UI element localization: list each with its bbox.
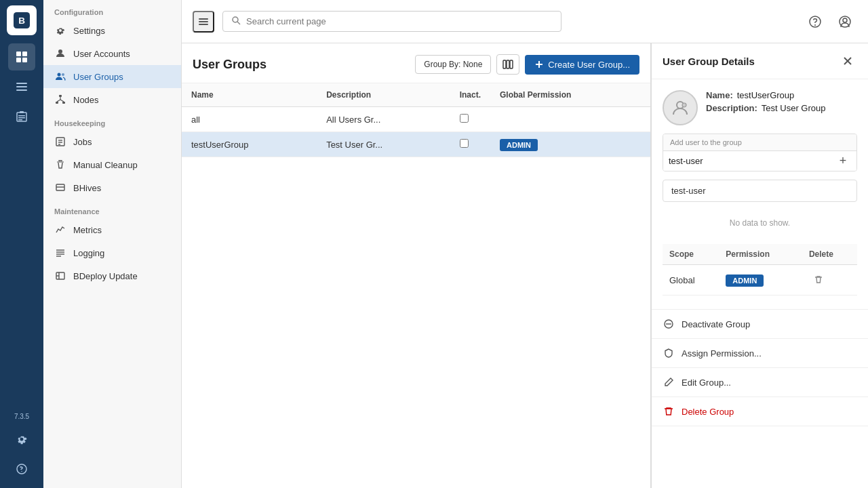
- row-global-permission: [490, 107, 650, 132]
- delete-group-button[interactable]: Delete Group: [652, 397, 868, 426]
- hamburger-button[interactable]: [193, 11, 214, 33]
- group-desc-value: Test User Group: [762, 103, 826, 113]
- row-inactive-cell[interactable]: [450, 107, 490, 132]
- table-row[interactable]: all All Users Gr...: [182, 107, 650, 132]
- row-name: testUserGroup: [182, 132, 317, 157]
- svg-text:B: B: [18, 16, 25, 26]
- nav-grid-icon[interactable]: [8, 43, 35, 70]
- delete-perm-button[interactable]: [809, 270, 828, 289]
- help-icon[interactable]: [8, 455, 35, 483]
- sidebar-item-user-accounts[interactable]: User Accounts: [43, 42, 181, 65]
- body-area: User Groups Group By: None Create User G…: [182, 43, 868, 488]
- search-input[interactable]: [246, 16, 553, 26]
- sidebar-bdeploy-update-label: BDeploy Update: [73, 271, 138, 281]
- create-group-button[interactable]: Create User Group...: [525, 55, 639, 75]
- perm-col-scope: Scope: [663, 244, 719, 265]
- perm-permission: ADMIN: [719, 265, 802, 296]
- suggestion-item[interactable]: test-user: [663, 180, 856, 201]
- details-body: Name: testUserGroup Description: Test Us…: [652, 79, 868, 306]
- columns-button[interactable]: [496, 54, 519, 75]
- svg-rect-21: [62, 102, 65, 104]
- bdeploy-icon: [54, 270, 66, 282]
- svg-rect-40: [199, 24, 208, 25]
- svg-rect-20: [56, 102, 58, 104]
- users-icon: [54, 70, 66, 83]
- deactivate-group-button[interactable]: Deactivate Group: [652, 310, 868, 339]
- topbar: [182, 0, 868, 43]
- help-button[interactable]: [803, 9, 827, 34]
- assign-permission-label: Assign Permission...: [682, 348, 762, 359]
- svg-line-23: [57, 100, 60, 102]
- group-by-button[interactable]: Group By: None: [415, 55, 491, 74]
- add-user-label: Add user to the group: [670, 138, 850, 146]
- add-user-section: Add user to the group +: [663, 134, 857, 171]
- cleanup-icon: [54, 159, 66, 171]
- group-info-text: Name: testUserGroup Description: Test Us…: [706, 90, 826, 113]
- svg-rect-47: [503, 60, 506, 68]
- sidebar-manual-cleanup-label: Manual Cleanup: [73, 160, 138, 170]
- sidebar-item-bdeploy-update[interactable]: BDeploy Update: [43, 264, 181, 287]
- row-name: all: [182, 107, 317, 132]
- sidebar-bhives-label: BHives: [73, 183, 101, 193]
- sidebar-settings-label: Settings: [73, 26, 105, 36]
- row-inactive-checkbox[interactable]: [460, 114, 469, 123]
- group-name-label: Name:: [706, 90, 733, 100]
- svg-rect-13: [18, 119, 22, 121]
- nav-list-icon[interactable]: [8, 73, 35, 100]
- svg-rect-19: [59, 95, 62, 97]
- col-name: Name: [182, 83, 317, 107]
- action-buttons: Deactivate Group Assign Permission...: [652, 309, 868, 426]
- sidebar-item-jobs[interactable]: Jobs: [43, 130, 181, 153]
- edit-group-button[interactable]: Edit Group...: [652, 368, 868, 397]
- trash-icon: [663, 405, 675, 418]
- sidebar-item-settings[interactable]: Settings: [43, 19, 181, 42]
- user-button[interactable]: [833, 9, 857, 34]
- group-info-row: Name: testUserGroup Description: Test Us…: [663, 90, 857, 125]
- version-label: 7.3.5: [14, 413, 29, 420]
- sidebar-item-nodes[interactable]: Nodes: [43, 88, 181, 111]
- svg-rect-39: [199, 21, 208, 22]
- perm-admin-badge: ADMIN: [726, 274, 764, 287]
- svg-point-55: [682, 103, 686, 107]
- groups-header: User Groups Group By: None Create User G…: [182, 43, 650, 83]
- perm-col-delete: Delete: [802, 244, 857, 265]
- search-icon: [231, 16, 241, 27]
- row-inactive-checkbox[interactable]: [460, 139, 469, 148]
- svg-rect-7: [16, 86, 27, 87]
- sidebar-item-bhives[interactable]: BHives: [43, 176, 181, 199]
- nav-clipboard-icon[interactable]: [8, 103, 35, 130]
- svg-point-46: [843, 18, 847, 22]
- settings-icon[interactable]: [8, 426, 35, 453]
- sidebar-user-accounts-label: User Accounts: [73, 49, 130, 59]
- app-logo: B: [7, 5, 37, 35]
- row-global-permission: ADMIN: [490, 132, 650, 157]
- shield-icon: [663, 347, 675, 359]
- perm-col-permission: Permission: [719, 244, 802, 265]
- groups-panel: User Groups Group By: None Create User G…: [182, 43, 651, 488]
- col-inactive: Inact.: [450, 83, 490, 107]
- settings-icon: [54, 24, 66, 37]
- add-user-plus-button[interactable]: +: [835, 153, 851, 169]
- user-icon: [54, 47, 66, 60]
- add-user-input[interactable]: [669, 151, 835, 171]
- sidebar-item-manual-cleanup[interactable]: Manual Cleanup: [43, 153, 181, 176]
- close-button[interactable]: [838, 52, 857, 70]
- svg-rect-38: [199, 18, 208, 20]
- sidebar-item-logging[interactable]: Logging: [43, 241, 181, 264]
- details-title: User Group Details: [663, 56, 838, 67]
- table-row[interactable]: testUserGroup Test User Gr... ADMIN: [182, 132, 650, 157]
- perm-row: Global ADMIN: [663, 265, 857, 296]
- svg-rect-10: [20, 111, 24, 113]
- sidebar-item-metrics[interactable]: Metrics: [43, 218, 181, 241]
- edit-group-label: Edit Group...: [682, 378, 731, 388]
- group-desc-label: Description:: [706, 103, 757, 113]
- no-data-text: No data to show.: [663, 210, 857, 236]
- assign-permission-button[interactable]: Assign Permission...: [652, 339, 868, 368]
- deactivate-icon: [663, 318, 675, 330]
- sidebar-item-user-groups[interactable]: User Groups: [43, 65, 181, 88]
- groups-table: Name Description Inact. Global Permissio…: [182, 83, 650, 488]
- deactivate-group-label: Deactivate Group: [682, 319, 750, 329]
- row-inactive-cell[interactable]: [450, 132, 490, 157]
- nodes-icon: [54, 94, 66, 106]
- svg-point-17: [58, 73, 61, 77]
